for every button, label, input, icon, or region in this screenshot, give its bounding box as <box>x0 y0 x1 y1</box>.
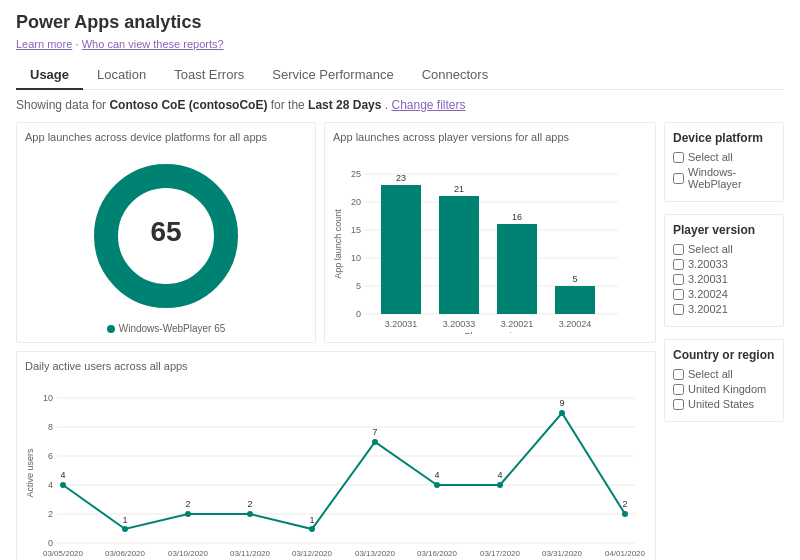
donut-chart: App launches across device platforms for… <box>16 122 316 343</box>
svg-point-50 <box>559 410 565 416</box>
svg-text:03/16/2020: 03/16/2020 <box>417 549 458 558</box>
svg-text:03/12/2020: 03/12/2020 <box>292 549 333 558</box>
svg-text:03/10/2020: 03/10/2020 <box>168 549 209 558</box>
svg-text:7: 7 <box>372 427 377 437</box>
device-platform-select-all[interactable]: Select all <box>673 151 775 163</box>
svg-text:0: 0 <box>356 309 361 319</box>
line-chart: Daily active users across all apps Activ… <box>16 351 656 560</box>
svg-text:9: 9 <box>559 398 564 408</box>
country-region-us-checkbox[interactable] <box>673 399 684 410</box>
svg-text:Player version: Player version <box>464 331 521 334</box>
device-platform-windows[interactable]: Windows-WebPlayer <box>673 166 775 190</box>
svg-point-47 <box>372 439 378 445</box>
who-can-view-link[interactable]: Who can view these reports? <box>82 38 224 50</box>
player-version-select-all-checkbox[interactable] <box>673 244 684 255</box>
tabs-nav: Usage Location Toast Errors Service Perf… <box>16 61 784 90</box>
device-platform-select-all-checkbox[interactable] <box>673 152 684 163</box>
svg-point-49 <box>497 482 503 488</box>
svg-text:App launch count: App launch count <box>333 209 343 279</box>
country-region-uk[interactable]: United Kingdom <box>673 383 775 395</box>
player-version-3-20021[interactable]: 3.20021 <box>673 303 775 315</box>
svg-point-48 <box>434 482 440 488</box>
svg-text:5: 5 <box>356 281 361 291</box>
svg-text:03/13/2020: 03/13/2020 <box>355 549 396 558</box>
svg-rect-22 <box>555 286 595 314</box>
tab-service-performance[interactable]: Service Performance <box>258 61 407 90</box>
player-version-title: Player version <box>673 223 775 237</box>
svg-text:2: 2 <box>48 509 53 519</box>
learn-more-link[interactable]: Learn more <box>16 38 72 50</box>
device-platform-windows-checkbox[interactable] <box>673 173 684 184</box>
country-region-filter: Country or region Select all United King… <box>664 339 784 422</box>
device-platform-windows-label: Windows-WebPlayer <box>688 166 775 190</box>
device-platform-title: Device platform <box>673 131 775 145</box>
country-region-select-all[interactable]: Select all <box>673 368 775 380</box>
country-region-select-all-checkbox[interactable] <box>673 369 684 380</box>
svg-text:2: 2 <box>622 499 627 509</box>
svg-text:04/01/2020: 04/01/2020 <box>605 549 645 558</box>
svg-point-51 <box>622 511 628 517</box>
player-version-3-20031-checkbox[interactable] <box>673 274 684 285</box>
svg-text:4: 4 <box>497 470 502 480</box>
svg-text:10: 10 <box>351 253 361 263</box>
country-region-title: Country or region <box>673 348 775 362</box>
player-version-3-20024-checkbox[interactable] <box>673 289 684 300</box>
svg-text:Active users: Active users <box>25 448 35 498</box>
svg-point-44 <box>185 511 191 517</box>
line-chart-svg: Active users 0 2 4 6 8 10 <box>25 378 645 560</box>
player-version-filter: Player version Select all 3.20033 3.2003… <box>664 214 784 327</box>
svg-text:8: 8 <box>48 422 53 432</box>
country-region-us-label: United States <box>688 398 754 410</box>
svg-rect-16 <box>381 185 421 314</box>
svg-text:10: 10 <box>43 393 53 403</box>
bar-chart-title: App launches across player versions for … <box>333 131 647 143</box>
svg-text:4: 4 <box>434 470 439 480</box>
tab-usage[interactable]: Usage <box>16 61 83 90</box>
player-version-3-20021-checkbox[interactable] <box>673 304 684 315</box>
country-region-us[interactable]: United States <box>673 398 775 410</box>
device-platform-filter: Device platform Select all Windows-WebPl… <box>664 122 784 202</box>
svg-text:3.20031: 3.20031 <box>385 319 418 329</box>
svg-text:03/06/2020: 03/06/2020 <box>105 549 146 558</box>
svg-text:23: 23 <box>396 173 406 183</box>
svg-text:3.20024: 3.20024 <box>559 319 592 329</box>
tab-location[interactable]: Location <box>83 61 160 90</box>
tab-connectors[interactable]: Connectors <box>408 61 502 90</box>
svg-text:16: 16 <box>512 212 522 222</box>
svg-text:5: 5 <box>572 274 577 284</box>
player-version-3-20031-label: 3.20031 <box>688 273 728 285</box>
player-version-3-20033-checkbox[interactable] <box>673 259 684 270</box>
svg-point-45 <box>247 511 253 517</box>
svg-text:3.20021: 3.20021 <box>501 319 534 329</box>
player-version-3-20024[interactable]: 3.20024 <box>673 288 775 300</box>
country-region-uk-checkbox[interactable] <box>673 384 684 395</box>
tab-toast-errors[interactable]: Toast Errors <box>160 61 258 90</box>
svg-text:03/05/2020: 03/05/2020 <box>43 549 84 558</box>
svg-text:1: 1 <box>122 515 127 525</box>
svg-text:6: 6 <box>48 451 53 461</box>
filter-info: Showing data for Contoso CoE (contosoCoE… <box>16 98 784 112</box>
svg-text:2: 2 <box>185 499 190 509</box>
player-version-3-20033[interactable]: 3.20033 <box>673 258 775 270</box>
player-version-3-20031[interactable]: 3.20031 <box>673 273 775 285</box>
donut-chart-title: App launches across device platforms for… <box>25 131 307 143</box>
svg-text:1: 1 <box>309 515 314 525</box>
player-version-3-20024-label: 3.20024 <box>688 288 728 300</box>
svg-rect-18 <box>439 196 479 314</box>
sidebar-filters: Device platform Select all Windows-WebPl… <box>664 122 784 560</box>
change-filters-link[interactable]: Change filters <box>392 98 466 112</box>
svg-text:21: 21 <box>454 184 464 194</box>
player-version-3-20033-label: 3.20033 <box>688 258 728 270</box>
svg-point-43 <box>122 526 128 532</box>
svg-text:20: 20 <box>351 197 361 207</box>
bar-chart: App launches across player versions for … <box>324 122 656 343</box>
player-version-3-20021-label: 3.20021 <box>688 303 728 315</box>
player-version-select-all[interactable]: Select all <box>673 243 775 255</box>
line-chart-title: Daily active users across all apps <box>25 360 647 372</box>
svg-text:03/11/2020: 03/11/2020 <box>230 549 271 558</box>
svg-text:03/17/2020: 03/17/2020 <box>480 549 521 558</box>
svg-point-42 <box>60 482 66 488</box>
svg-text:65: 65 <box>150 216 181 247</box>
svg-text:15: 15 <box>351 225 361 235</box>
svg-text:25: 25 <box>351 169 361 179</box>
